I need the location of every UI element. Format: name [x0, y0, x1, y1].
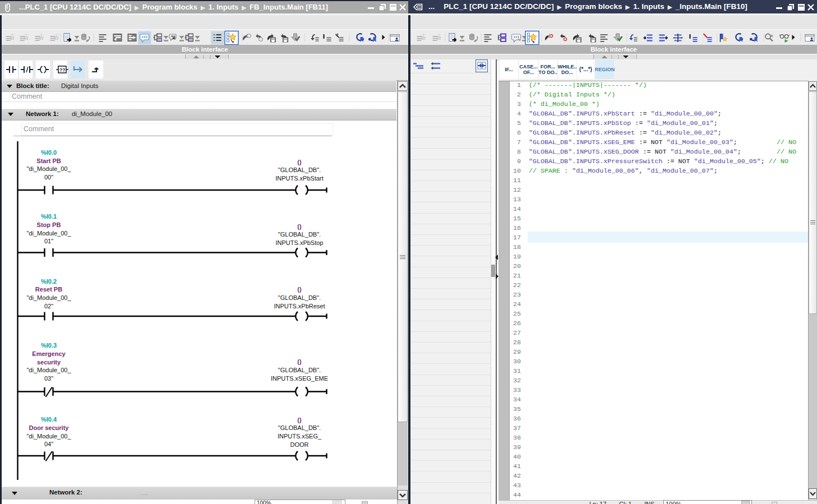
svg-text:??: ?? [59, 67, 65, 73]
